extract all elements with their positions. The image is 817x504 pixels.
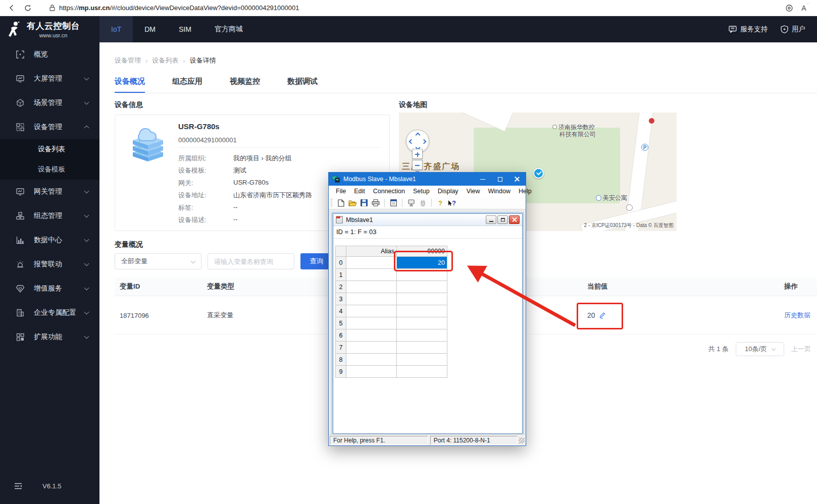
grid-value-cell-selected[interactable]: 20 (397, 257, 447, 269)
menu-window[interactable]: Window (484, 188, 515, 195)
edit-pencil-icon[interactable] (599, 311, 606, 319)
nav-item-iot[interactable]: IoT (99, 16, 133, 42)
grid-alias-cell[interactable] (346, 293, 397, 305)
device-location-marker[interactable] (533, 168, 544, 179)
poll-definition-icon[interactable] (406, 199, 416, 207)
grid-row-num: 3 (335, 293, 346, 305)
menu-edit[interactable]: Edit (350, 188, 369, 195)
sidebar-item-vas[interactable]: 增值服务 (0, 276, 99, 301)
close-button[interactable] (508, 173, 526, 186)
sidebar-item-device[interactable]: 设备管理 (0, 115, 99, 139)
device-name: USR-G780s (178, 122, 220, 131)
pan-up-icon[interactable] (416, 133, 421, 138)
nav-item-shop[interactable]: 官方商城 (203, 16, 254, 42)
sidebar-item-scene[interactable]: 场景管理 (0, 91, 99, 115)
chevron-down-icon (191, 259, 196, 264)
grid-alias-cell[interactable] (346, 354, 397, 366)
tab-data-debug[interactable]: 数据调试 (287, 77, 318, 93)
sidebar-item-gateway[interactable]: 网关管理 (0, 180, 99, 204)
sidebar-item-overview[interactable]: 概览 (0, 42, 99, 67)
grid-alias-cell[interactable] (346, 342, 397, 354)
sidebar-item-device-template[interactable]: 设备模板 (0, 159, 99, 180)
user-menu[interactable]: 用户 (781, 25, 817, 34)
back-icon[interactable] (7, 4, 16, 13)
doc-restore-button[interactable] (497, 215, 508, 224)
history-data-link[interactable]: 历史数据 (784, 311, 810, 320)
communication-icon[interactable] (418, 199, 427, 207)
modbus-menu-bar: File Edit Connection Setup Display View … (329, 186, 526, 197)
grid-alias-cell[interactable] (346, 257, 397, 269)
modbus-toolbar: ? ? (329, 197, 526, 209)
doc-close-button[interactable] (509, 215, 520, 224)
grid-alias-cell[interactable] (346, 281, 397, 293)
logo[interactable]: 有人云控制台 www.usr.cn (0, 16, 99, 42)
sidebar-item-scada[interactable]: 组态管理 (0, 204, 99, 228)
grid-alias-cell[interactable] (346, 329, 397, 342)
tab-video-monitor[interactable]: 视频监控 (230, 77, 260, 93)
map-zoom-out-button[interactable] (412, 160, 423, 170)
read-aloud-icon[interactable] (801, 4, 810, 13)
refresh-icon[interactable] (23, 4, 32, 13)
page-size-select[interactable]: 10条/页 (736, 342, 784, 356)
grid-value-cell[interactable] (397, 305, 447, 317)
pan-right-icon[interactable] (422, 139, 427, 144)
grid-value-cell[interactable] (397, 269, 447, 281)
breadcrumb-device-mgmt[interactable]: 设备管理 (115, 56, 141, 65)
help-icon[interactable]: ? (436, 199, 445, 207)
sidebar-item-enterprise[interactable]: 企业专属配置 (0, 301, 99, 325)
menu-display[interactable]: Display (434, 188, 463, 195)
maximize-button[interactable] (491, 173, 508, 186)
browser-toolbar: https://mp.usr.cn/#/cloud/device/ViewDev… (0, 0, 817, 16)
pan-left-icon[interactable] (409, 139, 414, 144)
map-zoom-in-button[interactable] (412, 149, 423, 159)
doc-minimize-button[interactable] (486, 215, 496, 224)
new-file-icon[interactable] (336, 199, 345, 207)
breadcrumb-device-list[interactable]: 设备列表 (152, 56, 178, 65)
menu-help[interactable]: Help (515, 188, 536, 195)
nav-item-sim[interactable]: SIM (167, 16, 203, 42)
menu-setup[interactable]: Setup (409, 188, 434, 195)
grid-value-cell[interactable] (397, 317, 447, 329)
grid-value-cell[interactable] (397, 329, 447, 342)
collapse-sidebar-icon[interactable] (14, 483, 22, 489)
save-icon[interactable] (360, 199, 369, 207)
nav-item-dm[interactable]: DM (133, 16, 167, 42)
address-bar[interactable]: https://mp.usr.cn/#/cloud/device/ViewDev… (43, 2, 774, 14)
modbus-slave-window[interactable]: Modbus Slave - Mbslave1 File Edit Connec… (328, 172, 526, 446)
grid-value-cell[interactable] (397, 293, 447, 305)
resize-grip[interactable] (519, 437, 525, 443)
minimize-button[interactable] (474, 173, 491, 186)
tab-scada-app[interactable]: 组态应用 (172, 77, 202, 93)
grid-alias-cell[interactable] (346, 317, 397, 329)
grid-value-cell[interactable] (397, 281, 447, 293)
print-icon[interactable] (371, 199, 380, 207)
variable-search-input[interactable] (208, 253, 294, 269)
tab-device-overview[interactable]: 设备概况 (115, 77, 145, 93)
variable-type-select[interactable]: 全部变量 (115, 253, 201, 269)
grid-value-cell[interactable] (397, 342, 447, 354)
grid-value-cell[interactable] (397, 366, 447, 378)
modbus-title-bar[interactable]: Modbus Slave - Mbslave1 (329, 173, 526, 186)
grid-alias-cell[interactable] (346, 269, 397, 281)
grid-alias-cell[interactable] (346, 366, 397, 378)
sidebar-item-device-list[interactable]: 设备列表 (0, 139, 99, 159)
document-title-bar[interactable]: Mbslave1 (333, 214, 522, 226)
location-icon[interactable] (785, 4, 794, 13)
sidebar-item-alarm[interactable]: 报警联动 (0, 252, 99, 276)
mbslave-document-window[interactable]: Mbslave1 ID = 1: F = 03 Alias 00000 020 … (333, 213, 523, 434)
open-file-icon[interactable] (348, 199, 357, 207)
sidebar-item-datacenter[interactable]: 数据中心 (0, 228, 99, 252)
sidebar-item-bigscreen[interactable]: 大屏管理 (0, 67, 99, 91)
support-menu[interactable]: 服务支持 (729, 25, 768, 34)
context-help-icon[interactable]: ? (447, 199, 456, 207)
menu-view[interactable]: View (463, 188, 484, 195)
menu-connection[interactable]: Connection (369, 188, 409, 195)
sidebar-item-extensions[interactable]: 扩展功能 (0, 325, 99, 349)
display-setup-icon[interactable] (389, 199, 398, 207)
chevron-down-icon (772, 346, 776, 350)
grid-value-cell[interactable] (397, 354, 447, 366)
menu-file[interactable]: File (332, 188, 350, 195)
grid-alias-cell[interactable] (346, 305, 397, 317)
prev-page-button[interactable]: 上一页 (791, 345, 811, 354)
chat-icon (729, 26, 737, 33)
